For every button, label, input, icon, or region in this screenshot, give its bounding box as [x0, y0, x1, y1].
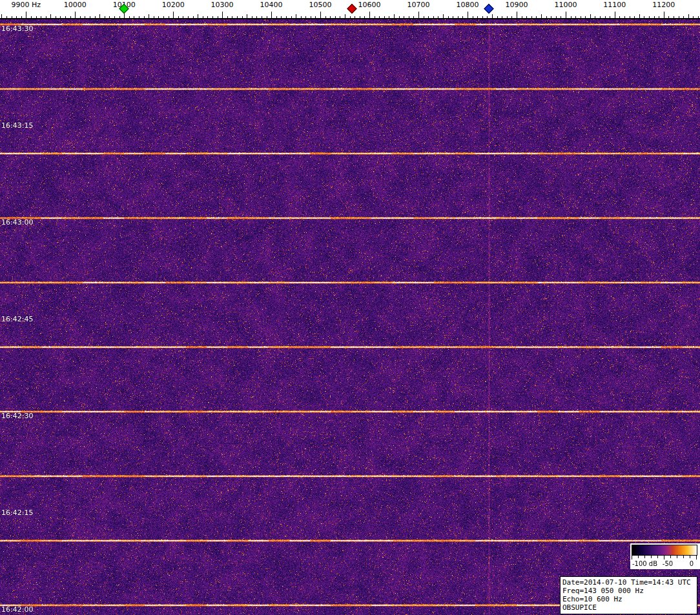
freq-tick [649, 16, 650, 18]
freq-tick [31, 16, 32, 18]
freq-tick-label: 11100 [603, 1, 626, 9]
freq-tick [511, 16, 512, 18]
freq-tick [424, 16, 424, 18]
freq-tick [693, 16, 694, 18]
freq-tick [50, 14, 51, 18]
freq-tick [453, 16, 453, 18]
freq-tick [305, 16, 306, 18]
freq-tick [203, 16, 203, 18]
freq-tick [193, 16, 194, 18]
freq-tick [12, 16, 12, 18]
freq-tick [173, 12, 174, 18]
freq-tick [291, 16, 292, 18]
colorbar-labels: -100 dB -50 0 [632, 560, 699, 568]
freq-tick [355, 16, 355, 18]
marker-blue-diamond-icon[interactable] [484, 4, 494, 14]
freq-tick [16, 16, 17, 18]
freq-tick-label: 10700 [407, 1, 430, 9]
freq-tick [340, 16, 340, 18]
frequency-ruler[interactable]: 9900 Hz100001010010200103001040010500106… [0, 0, 700, 19]
freq-tick [198, 14, 198, 18]
info-freq-line: Freq=143 050 000 Hz [562, 587, 695, 595]
freq-tick [271, 12, 272, 18]
freq-tick [610, 16, 610, 18]
freq-tick-label: 10400 [260, 1, 283, 9]
freq-tick-label: 10200 [162, 1, 185, 9]
freq-tick [188, 16, 189, 18]
freq-tick [36, 16, 37, 18]
freq-tick [262, 16, 262, 18]
colorbar-label-max: 0 [690, 560, 694, 567]
waterfall-display: 9900 Hz100001010010200103001040010500106… [0, 0, 700, 615]
freq-tick [585, 16, 586, 18]
freq-tick [207, 16, 208, 18]
colorbar-label-min: -100 dB [632, 560, 657, 567]
freq-tick [222, 12, 223, 18]
freq-tick-label: 10000 [64, 1, 87, 9]
freq-tick [134, 16, 134, 18]
freq-tick [247, 14, 247, 18]
freq-tick [546, 16, 547, 18]
colorbar-tick [657, 556, 658, 558]
freq-tick [624, 16, 625, 18]
freq-tick [541, 14, 542, 18]
freq-tick [630, 16, 630, 18]
freq-tick [56, 16, 56, 18]
colorbar-tick [683, 556, 684, 558]
freq-tick [438, 16, 438, 18]
freq-tick [590, 14, 591, 18]
freq-tick [399, 16, 400, 18]
freq-tick [413, 16, 414, 18]
freq-tick [674, 16, 674, 18]
freq-tick [80, 16, 81, 18]
freq-tick-label: 10600 [358, 1, 381, 9]
colorbar-tick [644, 556, 645, 558]
colorbar-label-mid: -50 [663, 560, 673, 567]
freq-tick [575, 16, 576, 18]
freq-tick [315, 16, 316, 18]
freq-tick [668, 16, 669, 18]
freq-tick [477, 16, 478, 18]
freq-tick [688, 14, 689, 18]
colorbar-ticks [632, 556, 697, 560]
waterfall-spectrogram[interactable] [0, 19, 700, 615]
freq-tick [1, 14, 2, 18]
colorbar-gradient [632, 545, 697, 556]
freq-tick [301, 16, 302, 18]
marker-red-diamond-icon[interactable] [347, 4, 358, 14]
freq-tick [384, 16, 385, 18]
freq-tick [154, 16, 154, 18]
colorbar-tick [690, 556, 690, 558]
freq-tick [404, 16, 404, 18]
freq-tick [394, 14, 395, 18]
freq-tick [286, 16, 287, 18]
freq-tick [369, 12, 370, 18]
freq-tick [242, 16, 243, 18]
freq-tick [605, 16, 606, 18]
freq-tick-label: 10300 [211, 1, 234, 9]
freq-tick-label: 10900 [505, 1, 528, 9]
freq-tick [561, 16, 561, 18]
colorbar-tick [651, 556, 652, 558]
freq-tick [237, 16, 238, 18]
freq-tick [644, 16, 644, 18]
freq-tick [345, 14, 345, 18]
freq-tick [65, 16, 66, 18]
freq-tick [536, 16, 537, 18]
freq-tick [70, 16, 71, 18]
freq-tick [517, 12, 517, 18]
freq-tick [443, 14, 444, 18]
freq-tick [232, 16, 232, 18]
freq-tick [468, 12, 468, 18]
freq-tick [144, 16, 145, 18]
freq-tick [654, 16, 655, 18]
freq-tick [364, 16, 365, 18]
freq-tick [683, 16, 684, 18]
freq-tick [409, 16, 409, 18]
freq-tick [119, 16, 120, 18]
freq-tick [95, 16, 96, 18]
freq-tick [379, 16, 380, 18]
freq-tick [212, 16, 213, 18]
colorbar-tick [677, 556, 677, 558]
freq-tick [600, 16, 601, 18]
